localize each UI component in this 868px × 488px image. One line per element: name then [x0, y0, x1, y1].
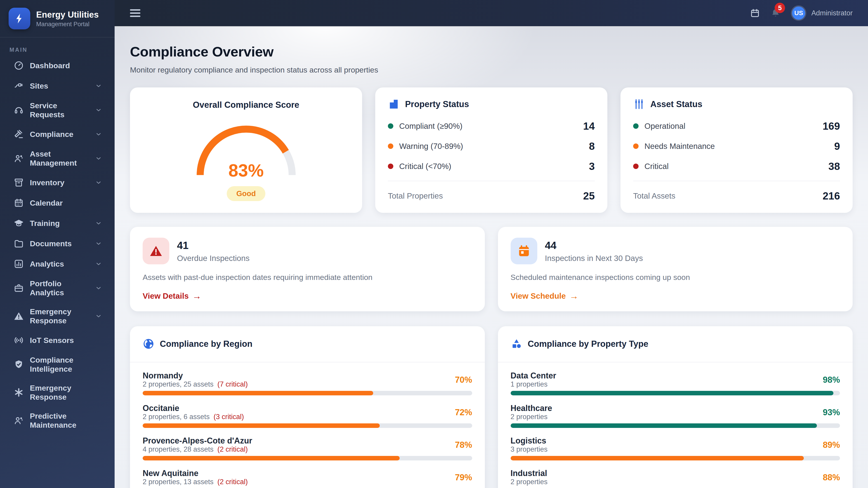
sidebar-item-calendar[interactable]: Calendar: [0, 193, 115, 213]
region-percent: 72%: [455, 408, 472, 417]
alert-label: Overdue Inspections: [177, 254, 250, 263]
region-row: Provence-Alpes-Cote d'Azur 4 properties,…: [143, 436, 472, 460]
user-menu[interactable]: US Administrator: [791, 5, 852, 21]
menu-button[interactable]: [130, 9, 141, 17]
notification-badge: 5: [775, 3, 785, 13]
overdue-inspections-card: 41 Overdue Inspections Assets with past-…: [130, 227, 485, 311]
progress-track: [143, 456, 472, 460]
type-percent: 98%: [823, 375, 840, 385]
card-title: Compliance by Region: [160, 339, 252, 349]
broadcast-icon: [13, 335, 24, 346]
app-window: Energy Utilities Management Portal MAIN …: [0, 0, 868, 488]
asset-status-card: Asset Status Operational 169 Needs Maint…: [620, 88, 852, 213]
progress-track: [510, 456, 840, 460]
sidebar-item-analytics[interactable]: Analytics: [0, 254, 115, 274]
alert-icon-box: [143, 238, 169, 264]
progress-fill: [510, 391, 833, 395]
status-row: Warning (70-89%) 8: [388, 136, 595, 156]
sidebar-item-documents[interactable]: Documents: [0, 233, 115, 254]
topbar: 5 US Administrator: [115, 0, 868, 27]
dashboard-icon: [13, 60, 24, 71]
avatar: US: [791, 5, 806, 21]
property-status-card: Property Status Compliant (≥90%) 14 Warn…: [375, 88, 608, 213]
user-role: Administrator: [811, 9, 852, 17]
progress-fill: [143, 423, 380, 428]
warning-triangle-icon: [149, 244, 163, 258]
chevron-down-icon: [95, 285, 102, 291]
progress-track: [510, 423, 840, 428]
region-row: New Aquitaine 2 properties, 13 assets (2…: [143, 469, 472, 488]
folder-icon: [13, 238, 24, 249]
sidebar-item-inventory[interactable]: Inventory: [0, 172, 115, 193]
status-row: Critical 38: [633, 156, 840, 176]
alert-description: Assets with past-due inspection dates re…: [143, 272, 472, 282]
sidebar-item-emergency-response-2[interactable]: Emergency Response: [0, 379, 115, 406]
sidebar-item-dashboard[interactable]: Dashboard: [0, 55, 115, 76]
sidebar-item-iot-sensors[interactable]: IoT Sensors: [0, 330, 115, 350]
region-row: Normandy 2 properties, 25 assets (7 crit…: [143, 371, 472, 395]
type-percent: 93%: [823, 408, 840, 417]
plug-icon: [13, 80, 24, 91]
sidebar-item-compliance-intelligence[interactable]: Compliance Intelligence: [0, 350, 115, 379]
chevron-down-icon: [95, 107, 102, 113]
status-badge: Good: [227, 186, 265, 201]
graduation-cap-icon: [13, 218, 24, 228]
gauge-value: 83%: [192, 160, 301, 181]
sidebar-item-asset-management[interactable]: Asset Management: [0, 144, 115, 172]
critical-count: (3 critical): [214, 413, 244, 421]
sliders-icon: [633, 98, 645, 110]
shapes-icon: [510, 338, 522, 350]
chevron-down-icon: [95, 220, 102, 227]
critical-count: (7 critical): [217, 380, 248, 388]
sidebar-item-predictive-maintenance[interactable]: Predictive Maintenance: [0, 406, 115, 434]
critical-count: (2 critical): [217, 478, 248, 486]
sidebar-item-portfolio-analytics[interactable]: Portfolio Analytics: [0, 274, 115, 302]
total-row: Total Assets 216: [633, 181, 840, 202]
alert-icon-box: [510, 238, 537, 264]
status-row: Needs Maintenance 9: [633, 136, 840, 156]
sidebar-item-emergency-response[interactable]: Emergency Response: [0, 302, 115, 330]
chevron-down-icon: [95, 131, 102, 138]
orange-dot-icon: [388, 143, 393, 149]
region-percent: 70%: [455, 375, 472, 385]
progress-fill: [510, 456, 804, 460]
arrow-right-icon: →: [192, 292, 202, 300]
page-content: Compliance Overview Monitor regulatory c…: [115, 27, 868, 488]
alert-description: Scheduled maintenance inspections coming…: [510, 272, 840, 282]
alert-label: Inspections in Next 30 Days: [545, 254, 643, 263]
property-type-row: Industrial 2 properties 88%: [510, 469, 840, 488]
compliance-by-region-card: Compliance by Region Normandy 2 properti…: [130, 326, 485, 488]
worker-gear-icon: [13, 153, 24, 164]
brand: Energy Utilities Management Portal: [0, 0, 115, 37]
view-details-link[interactable]: View Details →: [143, 291, 202, 300]
compliance-by-property-type-card: Compliance by Property Type Data Center …: [498, 326, 853, 488]
progress-fill: [143, 391, 373, 395]
view-schedule-link[interactable]: View Schedule →: [510, 291, 579, 300]
chevron-down-icon: [95, 83, 102, 89]
status-row: Critical (<70%) 3: [388, 156, 595, 176]
asterisk-icon: [13, 387, 24, 398]
region-percent: 79%: [455, 473, 472, 482]
overall-compliance-card: Overall Compliance Score 83% Good: [130, 88, 362, 213]
shield-check-icon: [13, 359, 24, 369]
sidebar-item-compliance[interactable]: Compliance: [0, 124, 115, 144]
arrow-right-icon: →: [569, 292, 579, 300]
calendar-icon: [13, 198, 24, 208]
sidebar-item-training[interactable]: Training: [0, 213, 115, 233]
sidebar-item-service-requests[interactable]: Service Requests: [0, 96, 115, 124]
gavel-icon: [13, 129, 24, 139]
green-dot-icon: [388, 123, 393, 129]
calendar-check-icon: [517, 244, 531, 258]
status-row: Operational 169: [633, 116, 840, 136]
calendar-button[interactable]: [750, 8, 760, 18]
region-percent: 78%: [455, 440, 472, 450]
type-percent: 88%: [823, 473, 840, 482]
notifications-button[interactable]: 5: [771, 8, 780, 18]
archive-box-icon: [13, 177, 24, 188]
worker-gear-icon: [13, 415, 24, 426]
sidebar-item-sites[interactable]: Sites: [0, 76, 115, 96]
sidebar-nav: Dashboard Sites Service Requests Complia…: [0, 55, 115, 488]
building-icon: [388, 98, 400, 110]
progress-fill: [510, 423, 817, 428]
progress-track: [510, 391, 840, 395]
